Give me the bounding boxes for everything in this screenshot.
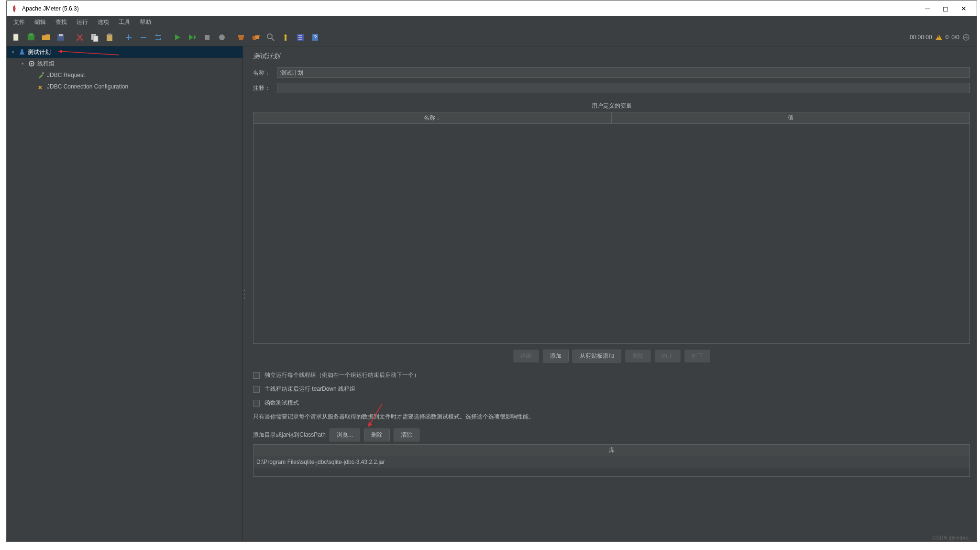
threads-icon [962, 33, 970, 41]
function-helper-icon[interactable] [294, 31, 307, 44]
templates-icon[interactable] [24, 31, 38, 44]
up-button[interactable]: 向上 [655, 350, 681, 363]
shutdown-icon[interactable] [215, 31, 229, 44]
svg-text:?: ? [314, 34, 317, 40]
chevron-down-icon[interactable]: ▾ [19, 61, 26, 66]
lib-row[interactable]: D:\Program Files\sqlite-jdbc\sqlite-jdbc… [253, 456, 969, 468]
menu-options[interactable]: 选项 [94, 17, 113, 27]
tree-label: JDBC Connection Configuration [47, 83, 128, 90]
dropper-icon [37, 71, 45, 79]
minimize-button[interactable]: ─ [924, 5, 931, 12]
expand-icon[interactable] [122, 31, 135, 44]
tree-thread-group[interactable]: ▾ 线程组 [7, 58, 242, 69]
check-label-2: 主线程结束后运行 tearDown 线程组 [264, 385, 355, 393]
lib-empty-row [253, 468, 969, 476]
clear-all-icon[interactable] [249, 31, 263, 44]
copy-icon[interactable] [88, 31, 101, 44]
name-input[interactable] [277, 67, 970, 78]
menu-help[interactable]: 帮助 [136, 17, 155, 27]
splitter[interactable] [243, 46, 246, 541]
tree-test-plan[interactable]: ▾ 测试计划 [7, 46, 242, 58]
checkbox-functional[interactable] [253, 400, 260, 407]
svg-rect-4 [59, 34, 63, 36]
svg-text:!: ! [938, 35, 939, 40]
vars-section-header: 用户定义的变量 [253, 98, 970, 112]
delete-jar-button[interactable]: 删除 [364, 429, 390, 441]
svg-point-13 [267, 34, 272, 39]
check-label-3: 函数测试模式 [264, 399, 299, 407]
content-panel: 测试计划 名称： 注释： 用户定义的变量 名称： 值 详细 添加 从剪贴板 [246, 46, 977, 541]
start-icon[interactable] [171, 31, 184, 44]
window-title: Apache JMeter (5.6.3) [22, 5, 924, 12]
new-icon[interactable] [10, 31, 23, 44]
flask-icon [18, 48, 26, 56]
thread-count: 0/0 [951, 34, 959, 41]
browse-button[interactable]: 浏览... [330, 429, 360, 441]
lib-header[interactable]: 库 [253, 445, 969, 456]
help-icon[interactable]: ? [308, 31, 322, 44]
checkbox-independent[interactable] [253, 372, 260, 379]
vars-table-body[interactable] [253, 124, 970, 344]
clear-jar-button[interactable]: 清除 [394, 429, 419, 441]
col-name-header[interactable]: 名称： [253, 112, 612, 124]
error-count: 0 [946, 34, 949, 41]
col-value-header[interactable]: 值 [612, 112, 970, 124]
menu-search[interactable]: 查找 [52, 17, 71, 27]
gear-icon [28, 60, 35, 67]
menu-file[interactable]: 文件 [10, 17, 29, 27]
warning-icon[interactable]: ! [935, 33, 943, 41]
comment-input[interactable] [277, 83, 970, 93]
check-label-1: 独立运行每个线程组（例如在一个组运行结束后启动下一个） [264, 371, 419, 379]
tree-jdbc-config[interactable]: JDBC Connection Configuration [7, 81, 242, 92]
open-icon[interactable] [39, 31, 53, 44]
help-text: 只有当你需要记录每个请求从服务器取得的数据到文件时才需要选择函数测试模式。选择这… [253, 410, 970, 426]
save-icon[interactable] [54, 31, 67, 44]
tree-jdbc-request[interactable]: JDBC Request [7, 69, 242, 81]
stop-icon[interactable] [200, 31, 214, 44]
tree-label: 测试计划 [28, 48, 51, 56]
add-from-clipboard-button[interactable]: 从剪贴板添加 [573, 350, 621, 363]
toolbar: ? 00:00:00 ! 0 0/0 [7, 28, 977, 46]
search-icon[interactable] [264, 31, 277, 44]
close-button[interactable]: ✕ [960, 5, 967, 12]
elapsed-time: 00:00:00 [910, 34, 932, 41]
menubar: 文件 编辑 查找 运行 选项 工具 帮助 [7, 16, 977, 28]
menu-run[interactable]: 运行 [73, 17, 92, 27]
wrench-icon [37, 83, 45, 90]
svg-rect-10 [108, 33, 111, 35]
lib-table: 库 D:\Program Files\sqlite-jdbc\sqlite-jd… [253, 444, 970, 477]
down-button[interactable]: 向下 [684, 350, 710, 363]
svg-point-21 [31, 63, 33, 65]
svg-point-22 [42, 72, 44, 74]
svg-point-12 [219, 34, 225, 40]
paste-icon[interactable] [103, 31, 116, 44]
svg-rect-11 [205, 35, 209, 40]
collapse-icon[interactable] [137, 31, 150, 44]
vars-table: 名称： 值 [253, 112, 970, 344]
cut-icon[interactable] [73, 31, 87, 44]
watermark: CSDN @velpro_! [932, 535, 973, 540]
start-no-timers-icon[interactable] [186, 31, 199, 44]
svg-rect-9 [107, 34, 112, 41]
name-label: 名称： [253, 69, 272, 77]
maximize-button[interactable]: ◻ [942, 5, 949, 12]
checkbox-teardown[interactable] [253, 386, 260, 393]
menu-edit[interactable]: 编辑 [31, 17, 50, 27]
classpath-label: 添加目录或jar包到ClassPath [253, 431, 326, 439]
chevron-down-icon[interactable]: ▾ [10, 50, 16, 55]
menu-tools[interactable]: 工具 [115, 17, 134, 27]
comment-label: 注释： [253, 84, 272, 92]
svg-rect-0 [13, 34, 18, 41]
reset-search-icon[interactable] [279, 31, 292, 44]
tree-label: 线程组 [37, 60, 55, 68]
add-button[interactable]: 添加 [543, 350, 569, 363]
jmeter-icon [11, 5, 18, 12]
detail-button[interactable]: 详细 [513, 350, 539, 363]
svg-rect-14 [285, 36, 286, 41]
svg-rect-8 [93, 36, 98, 42]
clear-icon[interactable] [234, 31, 248, 44]
delete-button[interactable]: 删除 [625, 350, 651, 363]
titlebar: Apache JMeter (5.6.3) ─ ◻ ✕ [7, 1, 977, 16]
tree-panel: ▾ 测试计划 ▾ 线程组 JDBC Request JDBC Connectio… [7, 46, 243, 541]
toggle-icon[interactable] [152, 31, 165, 44]
